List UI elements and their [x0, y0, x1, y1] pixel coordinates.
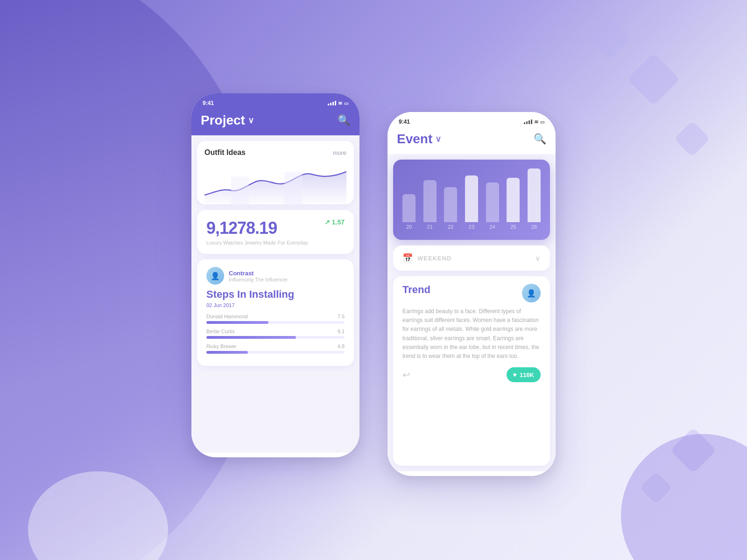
progress-bar-fill-2: [206, 336, 296, 339]
bar-group-25: 25: [507, 178, 520, 230]
phone-left: 9:41 ≋ ▭ Project ∨ 🔍: [191, 93, 359, 457]
blob-bottom-right: [621, 434, 747, 560]
bar-label-23: 23: [469, 224, 474, 230]
stats-card: 9,1278.19 ↗ 1.57 Luxury Watches Jewelry …: [197, 210, 354, 254]
battery-icon-left: ▭: [344, 101, 348, 106]
bar-chart-area: 20 21 22 23: [402, 169, 541, 230]
progress-bar-bg-2: [206, 336, 345, 339]
bar-group-23: 23: [465, 175, 478, 230]
line-chart-svg: [204, 162, 346, 204]
calendar-icon: 📅: [402, 253, 413, 263]
bar-label-25: 25: [510, 224, 516, 230]
stats-subtitle: Luxury Watches Jewelry Made For Everyday: [206, 240, 345, 245]
bar-26: [528, 168, 541, 222]
search-button-right[interactable]: 🔍: [534, 133, 546, 145]
weekend-label: WEEKEND: [417, 255, 451, 262]
bar-label-22: 22: [448, 224, 453, 230]
article-card: 👤 Contrast Influencing The Influencer St…: [197, 259, 354, 366]
status-icons-left: ≋ ▭: [328, 100, 348, 106]
bar-chart-card: 20 21 22 23: [393, 160, 550, 240]
bar-label-20: 20: [406, 224, 412, 230]
diamond-deco-1: [627, 53, 680, 105]
left-content: Outfit Ideas more: [191, 135, 359, 453]
arrow-up-icon: ↗: [324, 218, 330, 226]
wifi-icon-right: ≋: [534, 119, 538, 125]
trend-header: Trend 👤: [402, 284, 541, 302]
bar-group-22: 22: [444, 187, 457, 230]
trend-footer: ↩ ♥ 116K: [402, 367, 541, 382]
phones-container: 9:41 ≋ ▭ Project ∨ 🔍: [191, 93, 556, 476]
author-row: 👤 Contrast Influencing The Influencer: [206, 267, 345, 285]
bar-23: [465, 175, 478, 222]
svg-rect-0: [231, 176, 249, 204]
author-role: Influencing The Influencer: [229, 277, 288, 282]
progress-bar-bg-3: [206, 351, 345, 354]
progress-val-1: 7.5: [338, 314, 345, 319]
progress-item-3: Ricky Brewer 4.8: [206, 343, 345, 354]
bar-group-26: 26: [528, 168, 541, 230]
outfit-ideas-card: Outfit Ideas more: [197, 141, 354, 204]
like-count: 116K: [520, 371, 534, 378]
author-info: Contrast Influencing The Influencer: [229, 270, 288, 282]
progress-name-2: Bertie Curtis: [206, 329, 235, 334]
phone-right: 9:41 ≋ ▭ Event ∨ 🔍: [388, 112, 556, 476]
left-header-title: Project ∨: [201, 113, 254, 128]
wifi-icon-left: ≋: [338, 100, 342, 106]
article-date: 02 Jun 2017: [206, 302, 345, 308]
stats-change: ↗ 1.57: [324, 218, 345, 226]
progress-bar-fill-1: [206, 321, 268, 324]
outfit-more-link[interactable]: more: [332, 149, 346, 156]
bar-label-24: 24: [490, 224, 495, 230]
bar-25: [507, 178, 520, 222]
bar-group-20: 20: [402, 194, 416, 230]
bar-20: [402, 194, 416, 222]
weekend-chevron[interactable]: ∨: [535, 254, 541, 263]
right-header-title: Event ∨: [397, 132, 441, 147]
bar-group-21: 21: [423, 180, 437, 230]
search-button-left[interactable]: 🔍: [338, 114, 350, 126]
author-avatar: 👤: [206, 267, 224, 285]
battery-icon-right: ▭: [540, 119, 544, 125]
weekend-left: 📅 WEEKEND: [402, 253, 451, 263]
status-time-left: 9:41: [203, 100, 214, 106]
signal-icon-left: [328, 101, 336, 105]
stats-row: 9,1278.19 ↗ 1.57: [206, 218, 345, 238]
status-icons-right: ≋ ▭: [524, 119, 544, 125]
trend-avatar: 👤: [522, 284, 541, 302]
heart-icon: ♥: [513, 371, 517, 378]
bar-24: [486, 182, 499, 222]
bar-group-24: 24: [486, 182, 499, 230]
progress-bar-fill-3: [206, 351, 248, 354]
right-content: 20 21 22 23: [388, 154, 556, 471]
author-name: Contrast: [229, 270, 288, 277]
signal-icon-right: [524, 119, 532, 124]
notch-right: [439, 112, 504, 125]
trend-body: Earrings add beauty to a face. Different…: [402, 307, 541, 361]
trend-card: Trend 👤 Earrings add beauty to a face. D…: [393, 276, 550, 466]
trend-title: Trend: [402, 284, 430, 296]
like-button[interactable]: ♥ 116K: [507, 367, 541, 382]
diamond-deco-3: [589, 17, 632, 60]
weekend-card[interactable]: 📅 WEEKEND ∨: [393, 245, 550, 271]
stats-number: 9,1278.19: [206, 218, 277, 238]
right-header: Event ∨ 🔍: [388, 128, 556, 154]
progress-name-3: Ricky Brewer: [206, 343, 237, 349]
progress-val-2: 9.1: [338, 329, 345, 334]
diamond-deco-2: [674, 121, 711, 157]
reply-icon[interactable]: ↩: [402, 369, 410, 380]
title-chevron-left[interactable]: ∨: [248, 115, 254, 126]
progress-item-2: Bertie Curtis 9.1: [206, 329, 345, 339]
progress-val-3: 4.8: [338, 343, 345, 349]
progress-bar-bg-1: [206, 321, 345, 324]
title-chevron-right[interactable]: ∨: [435, 134, 441, 144]
left-header: Project ∨ 🔍: [191, 109, 359, 135]
svg-rect-1: [284, 172, 302, 204]
progress-item-1: Donald Hammond 7.5: [206, 314, 345, 324]
line-chart: [204, 162, 346, 204]
outfit-title: Outfit Ideas: [204, 148, 246, 157]
bar-label-21: 21: [427, 224, 433, 230]
notch-left: [243, 93, 308, 106]
bar-label-26: 26: [531, 224, 537, 230]
bar-21: [423, 180, 437, 222]
status-time-right: 9:41: [399, 119, 410, 125]
